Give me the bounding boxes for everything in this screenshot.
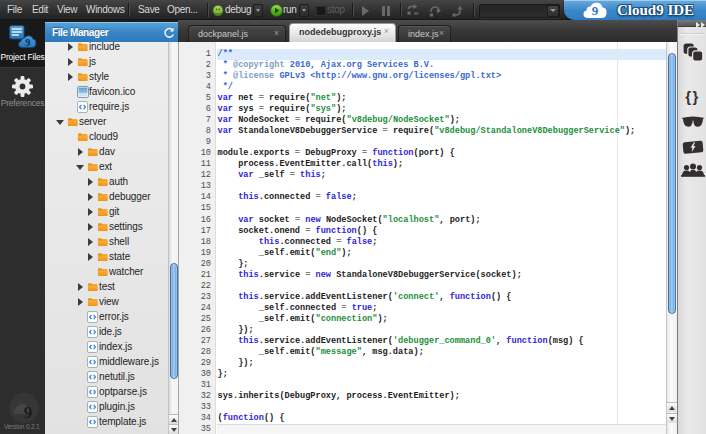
svg-text:9: 9 <box>25 37 30 48</box>
svg-text:9: 9 <box>592 3 599 18</box>
svg-text:9: 9 <box>24 403 33 422</box>
